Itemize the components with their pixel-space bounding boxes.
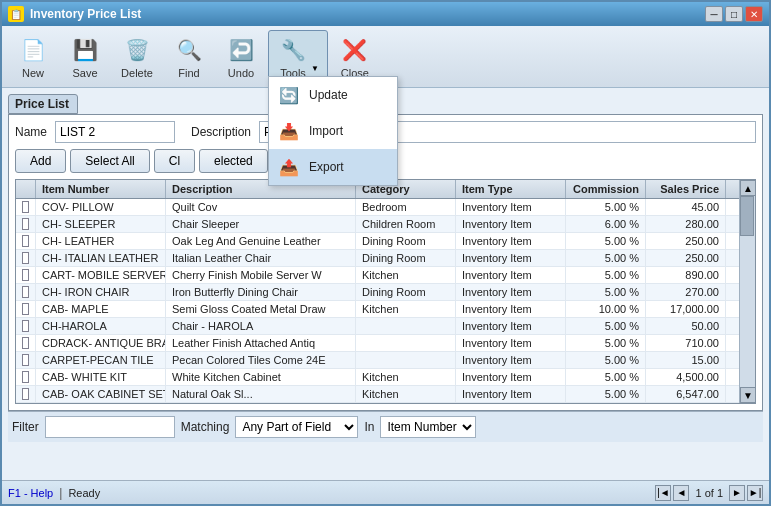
row-item-type: Inventory Item <box>456 386 566 402</box>
main-window: 📋 Inventory Price List ─ □ ✕ 📄 New 💾 Sav… <box>0 0 771 506</box>
row-check[interactable] <box>16 284 36 300</box>
scroll-up-button[interactable]: ▲ <box>740 180 755 196</box>
table-row[interactable]: COV- PILLOW Quilt Cov Bedroom Inventory … <box>16 199 739 216</box>
row-sales-price: 45.00 <box>646 199 726 215</box>
matching-select[interactable]: Any Part of Field Beginning of Field Who… <box>235 416 358 438</box>
row-commission: 5.00 % <box>566 199 646 215</box>
row-check[interactable] <box>16 233 36 249</box>
table-row[interactable]: CAB- OAK CABINET SET Natural Oak Sl... K… <box>16 386 739 403</box>
table-body: COV- PILLOW Quilt Cov Bedroom Inventory … <box>16 199 739 403</box>
row-check[interactable] <box>16 301 36 317</box>
row-check[interactable] <box>16 250 36 266</box>
tools-icon: 🔧 <box>277 34 309 66</box>
undo-button[interactable]: ↩️ Undo <box>216 30 266 83</box>
current-page: 1 <box>695 487 701 499</box>
row-check[interactable] <box>16 318 36 334</box>
table-row[interactable]: CART- MOBILE SERVER Cherry Finish Mobile… <box>16 267 739 284</box>
row-item-number: CH- SLEEPER <box>36 216 166 232</box>
table-row[interactable]: CAB- WHITE KIT White Kitchen Cabinet Kit… <box>16 369 739 386</box>
row-item-number: CH-HAROLA <box>36 318 166 334</box>
undo-icon: ↩️ <box>225 34 257 66</box>
table-row[interactable]: CAB- MAPLE Semi Gloss Coated Metal Draw … <box>16 301 739 318</box>
row-category: Kitchen <box>356 267 456 283</box>
name-input[interactable] <box>55 121 175 143</box>
filter-label: Filter <box>12 420 39 434</box>
row-check[interactable] <box>16 199 36 215</box>
table-row[interactable]: CDRACK- ANTIQUE BRA Leather Finish Attac… <box>16 335 739 352</box>
prev-page-button[interactable]: ◄ <box>673 485 689 501</box>
find-icon: 🔍 <box>173 34 205 66</box>
tools-import-item[interactable]: 📥 Import <box>269 113 397 149</box>
row-sales-price: 15.00 <box>646 352 726 368</box>
header-item-type: Item Type <box>456 180 566 198</box>
table-row[interactable]: CH- SLEEPER Chair Sleeper Children Room … <box>16 216 739 233</box>
minimize-button[interactable]: ─ <box>705 6 723 22</box>
scroll-thumb[interactable] <box>740 196 754 236</box>
row-commission: 5.00 % <box>566 233 646 249</box>
next-page-button[interactable]: ► <box>729 485 745 501</box>
status-left: F1 - Help | Ready <box>8 486 100 500</box>
new-label: New <box>22 67 44 79</box>
row-item-number: CAB- MAPLE <box>36 301 166 317</box>
row-sales-price: 4,500.00 <box>646 369 726 385</box>
table-row[interactable]: CARPET-PECAN TILE Pecan Colored Tiles Co… <box>16 352 739 369</box>
select-all-button[interactable]: Select All <box>70 149 149 173</box>
row-commission: 5.00 % <box>566 369 646 385</box>
close-window-button[interactable]: ✕ <box>745 6 763 22</box>
clear-button[interactable]: Cl <box>154 149 195 173</box>
row-item-number: CAB- OAK CABINET SET <box>36 386 166 402</box>
row-category <box>356 318 456 334</box>
add-button[interactable]: Add <box>15 149 66 173</box>
export-icon: 📤 <box>277 155 301 179</box>
find-button[interactable]: 🔍 Find <box>164 30 214 83</box>
row-check[interactable] <box>16 369 36 385</box>
row-item-number: CH- LEATHER <box>36 233 166 249</box>
save-button[interactable]: 💾 Save <box>60 30 110 83</box>
desc-label: Description <box>191 125 251 139</box>
row-sales-price: 50.00 <box>646 318 726 334</box>
status-ready: Ready <box>68 487 100 499</box>
table-row[interactable]: CH- LEATHER Oak Leg And Genuine Leather … <box>16 233 739 250</box>
tools-update-item[interactable]: 🔄 Update <box>269 77 397 113</box>
title-controls: ─ □ ✕ <box>705 6 763 22</box>
first-page-button[interactable]: |◄ <box>655 485 671 501</box>
title-bar: 📋 Inventory Price List ─ □ ✕ <box>2 2 769 26</box>
row-item-number: CAB- WHITE KIT <box>36 369 166 385</box>
row-check[interactable] <box>16 267 36 283</box>
delete-button[interactable]: 🗑️ Delete <box>112 30 162 83</box>
table-with-scroll: Item Number Description Category Item Ty… <box>16 180 755 403</box>
row-item-type: Inventory Item <box>456 369 566 385</box>
new-button[interactable]: 📄 New <box>8 30 58 83</box>
price-list-table: Item Number Description Category Item Ty… <box>15 179 756 404</box>
row-category <box>356 335 456 351</box>
table-row[interactable]: CH-HAROLA Chair - HAROLA Inventory Item … <box>16 318 739 335</box>
filter-bar: Filter Matching Any Part of Field Beginn… <box>8 411 763 442</box>
status-bar: F1 - Help | Ready |◄ ◄ 1 of 1 ► ►| <box>2 480 769 504</box>
import-label: Import <box>309 124 343 138</box>
find-label: Find <box>178 67 199 79</box>
in-label: In <box>364 420 374 434</box>
row-item-number: CH- IRON CHAIR <box>36 284 166 300</box>
table-row[interactable]: CH- IRON CHAIR Iron Butterfly Dining Cha… <box>16 284 739 301</box>
tools-export-item[interactable]: 📤 Export <box>269 149 397 185</box>
maximize-button[interactable]: □ <box>725 6 743 22</box>
table-scrollbar[interactable]: ▲ ▼ <box>739 180 755 403</box>
row-description: Semi Gloss Coated Metal Draw <box>166 301 356 317</box>
row-description: Quilt Cov <box>166 199 356 215</box>
in-select[interactable]: Item Number Description Category <box>380 416 476 438</box>
nav-controls: |◄ ◄ 1 of 1 ► ►| <box>655 485 763 501</box>
scroll-down-button[interactable]: ▼ <box>740 387 755 403</box>
row-sales-price: 250.00 <box>646 250 726 266</box>
row-commission: 5.00 % <box>566 386 646 402</box>
row-check[interactable] <box>16 216 36 232</box>
delete-label: Delete <box>121 67 153 79</box>
help-link[interactable]: F1 - Help <box>8 487 53 499</box>
selected-button[interactable]: elected <box>199 149 268 173</box>
last-page-button[interactable]: ►| <box>747 485 763 501</box>
table-row[interactable]: CH- ITALIAN LEATHER Italian Leather Chai… <box>16 250 739 267</box>
update-icon: 🔄 <box>277 83 301 107</box>
row-check[interactable] <box>16 335 36 351</box>
row-check[interactable] <box>16 352 36 368</box>
row-check[interactable] <box>16 386 36 402</box>
filter-input[interactable] <box>45 416 175 438</box>
